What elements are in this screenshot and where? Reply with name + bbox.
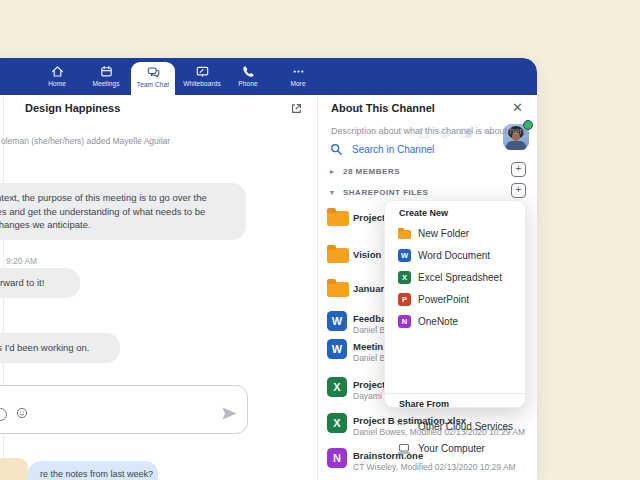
- panel-divider: [317, 95, 318, 480]
- tab-label: More: [278, 80, 318, 87]
- onenote-icon: N: [398, 315, 411, 328]
- chat-message: re the notes from last week?: [28, 461, 158, 480]
- menu-item-label: Word Document: [418, 250, 490, 261]
- search-in-channel-link[interactable]: Search in Channel: [352, 144, 434, 155]
- tab-phone[interactable]: Phone: [229, 61, 267, 95]
- chat-message: context, the purpose of this meeting is …: [0, 183, 246, 240]
- chat-title: Design Happiness: [25, 102, 120, 114]
- onenote-file-icon: N: [327, 448, 347, 468]
- excel-icon: X: [398, 271, 411, 284]
- send-icon[interactable]: [221, 406, 238, 421]
- file-meta: Daniel B: [353, 325, 385, 335]
- file-title: Project: [353, 379, 385, 390]
- menu-item-your-computer[interactable]: Your Computer: [385, 441, 525, 459]
- message-line: context, the purpose of this meeting is …: [0, 191, 234, 205]
- menu-item-label: Your Computer: [418, 443, 485, 454]
- menu-item-powerpoint[interactable]: P PowerPoint: [385, 292, 525, 310]
- tab-whiteboards[interactable]: Whiteboards: [175, 61, 229, 95]
- laptop-icon: [397, 443, 411, 455]
- chat-message: forward to it!: [0, 268, 80, 298]
- ellipsis-icon: ···: [397, 420, 406, 430]
- menu-item-label: PowerPoint: [418, 294, 469, 305]
- file-meta: CT Wiseley, Modified 02/13/2020 10:29 AM: [353, 462, 516, 472]
- search-icon[interactable]: [330, 143, 343, 156]
- chat-bubbles-icon: [146, 65, 161, 80]
- cropped-avatar: [0, 458, 28, 480]
- avatar-body: [506, 141, 526, 150]
- calendar-icon: [99, 64, 114, 79]
- panel-title: About This Channel: [331, 102, 435, 114]
- word-icon: W: [398, 249, 411, 262]
- word-letter: W: [332, 343, 342, 355]
- tab-label: Phone: [229, 80, 267, 87]
- phone-icon: [241, 64, 256, 79]
- menu-item-onenote[interactable]: N OneNote: [385, 314, 525, 332]
- tab-label: Meetings: [80, 80, 132, 87]
- menu-item-label: OneNote: [418, 316, 458, 327]
- tab-home[interactable]: Home: [35, 61, 79, 95]
- file-meta: Daniel B: [353, 353, 385, 363]
- excel-letter: X: [333, 417, 340, 429]
- create-new-header: Create New: [399, 208, 448, 218]
- close-icon[interactable]: ✕: [512, 100, 523, 115]
- message-line: e changes we anticipate.: [0, 218, 234, 232]
- excel-letter: X: [333, 381, 340, 393]
- members-section-label[interactable]: 28 MEMBERS: [343, 167, 400, 176]
- word-file-icon: W: [327, 339, 347, 359]
- menu-item-label: Other Cloud Services: [418, 421, 513, 432]
- menu-item-label: New Folder: [418, 228, 469, 239]
- message-line: nges and get the understanding of what n…: [0, 205, 234, 219]
- folder-icon: [327, 211, 349, 226]
- whiteboard-icon: [195, 64, 210, 79]
- file-title: Januar: [353, 283, 384, 294]
- share-from-header: Share From: [399, 399, 449, 409]
- onenote-letter: N: [402, 317, 407, 326]
- more-dots-icon: [291, 64, 306, 79]
- file-title: Feedba: [353, 313, 386, 324]
- emoji-icon[interactable]: [16, 407, 28, 419]
- sharepoint-files-section-label[interactable]: SHAREPOINT FILES: [343, 188, 428, 197]
- folder-icon: [327, 282, 349, 297]
- home-icon: [50, 64, 65, 79]
- word-file-icon: W: [327, 311, 347, 331]
- tab-label: Home: [35, 80, 79, 87]
- tab-label: Team Chat: [131, 81, 175, 88]
- menu-item-word-document[interactable]: W Word Document: [385, 248, 525, 266]
- chat-message: ns I'd been working on.: [0, 333, 120, 363]
- menu-item-new-folder[interactable]: New Folder: [385, 226, 525, 244]
- menu-item-other-cloud-services[interactable]: ··· Other Cloud Services ›: [385, 419, 525, 437]
- excel-letter: X: [402, 273, 407, 282]
- add-member-button[interactable]: +: [511, 162, 526, 177]
- top-navbar: Home Meetings Team Chat Whiteboards Phon…: [0, 58, 537, 95]
- file-title: Meetin: [353, 341, 383, 352]
- tab-meetings[interactable]: Meetings: [80, 61, 132, 95]
- add-file-button[interactable]: +: [511, 183, 526, 198]
- tab-more[interactable]: More: [278, 61, 318, 95]
- chevron-down-icon[interactable]: ▾: [330, 188, 334, 197]
- menu-divider: [385, 393, 525, 394]
- timestamp: 9:20 AM: [6, 256, 37, 266]
- create-new-menu: Create New New Folder W Word Document X …: [384, 200, 526, 408]
- system-message: oleman (she/her/hers) added Mayelle Agui…: [1, 136, 170, 146]
- folder-icon: [398, 230, 411, 239]
- word-letter: W: [401, 251, 408, 260]
- menu-item-excel-spreadsheet[interactable]: X Excel Spreadsheet: [385, 270, 525, 288]
- excel-file-icon: X: [327, 377, 347, 397]
- tab-team-chat[interactable]: Team Chat: [131, 62, 175, 95]
- word-letter: W: [332, 315, 342, 327]
- tab-label: Whiteboards: [175, 80, 229, 87]
- onenote-letter: N: [333, 452, 341, 464]
- file-title: Vision: [353, 249, 381, 260]
- file-title: Project: [353, 212, 385, 223]
- powerpoint-letter: P: [402, 295, 407, 304]
- app-window: Home Meetings Team Chat Whiteboards Phon…: [0, 58, 537, 480]
- chevron-right-icon: ›: [504, 420, 508, 432]
- open-in-window-icon[interactable]: [290, 102, 303, 115]
- message-input[interactable]: [0, 385, 248, 434]
- chevron-right-icon[interactable]: ▸: [330, 167, 334, 176]
- powerpoint-icon: P: [398, 293, 411, 306]
- excel-file-icon: X: [327, 413, 347, 433]
- channel-description: Description about what this channel is a…: [331, 126, 530, 136]
- menu-item-label: Excel Spreadsheet: [418, 272, 502, 283]
- folder-icon: [327, 248, 349, 263]
